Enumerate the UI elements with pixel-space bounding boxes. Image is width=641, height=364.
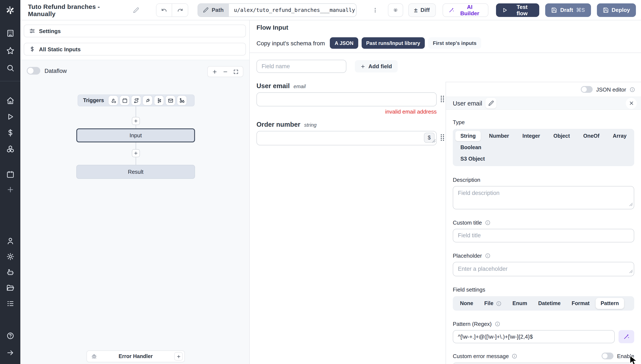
type-option-integer[interactable]: Integer: [517, 131, 545, 141]
tab-pattern[interactable]: Pattern: [595, 298, 624, 309]
resize-handle-icon[interactable]: [629, 268, 633, 275]
copy-from-first-step-button[interactable]: First step's inputs: [428, 37, 481, 49]
description-textarea[interactable]: [453, 186, 634, 209]
tab-file[interactable]: File: [479, 298, 507, 309]
sidebar-divider: [0, 81, 20, 81]
docs-book-button[interactable]: [388, 3, 403, 17]
user-email-value-input[interactable]: [257, 92, 437, 106]
field-name-input[interactable]: [257, 60, 346, 73]
audit-logs-icon[interactable]: [2, 296, 19, 310]
path-value[interactable]: u/alex/tuto_refund_branches___manually: [229, 4, 356, 16]
triggers-bar[interactable]: Triggers: [78, 94, 195, 106]
custom-title-input[interactable]: [453, 229, 634, 242]
drag-handle-icon[interactable]: [440, 95, 445, 104]
info-icon[interactable]: [629, 87, 635, 92]
input-node[interactable]: Input: [76, 128, 195, 142]
type-option-boolean[interactable]: Boolean: [455, 142, 486, 152]
magic-wand-icon: [448, 7, 454, 13]
schedule-trigger-icon[interactable]: [120, 96, 130, 105]
search-icon[interactable]: [2, 60, 19, 75]
ai-builder-button[interactable]: AI Builder: [442, 3, 488, 17]
type-option-array[interactable]: Array: [608, 131, 632, 141]
scheduled-poll-trigger-icon[interactable]: [177, 96, 187, 105]
edit-title-pencil-icon[interactable]: [130, 4, 142, 16]
insert-step-plus-icon[interactable]: [132, 117, 140, 125]
type-label: Type: [453, 119, 634, 126]
home-icon[interactable]: [2, 93, 19, 108]
close-inspector-icon[interactable]: [626, 98, 637, 109]
type-option-number[interactable]: Number: [484, 131, 514, 141]
users-icon[interactable]: [2, 234, 19, 248]
flow-settings-row[interactable]: Settings: [24, 24, 246, 37]
kafka-trigger-icon[interactable]: [155, 96, 164, 105]
draft-button[interactable]: Draft ⌘S: [545, 3, 591, 17]
zoom-in-button[interactable]: [209, 66, 220, 77]
tab-none[interactable]: None: [455, 298, 478, 309]
tab-file-label: File: [484, 300, 493, 306]
resize-handle-icon[interactable]: [432, 137, 436, 144]
type-option-oneof[interactable]: OneOf: [578, 131, 604, 141]
favorites-star-icon[interactable]: [2, 43, 19, 58]
runs-icon[interactable]: [2, 109, 19, 124]
http-route-trigger-icon[interactable]: [132, 96, 141, 105]
windmill-logo-icon[interactable]: [4, 4, 16, 16]
json-editor-toggle[interactable]: [581, 86, 593, 93]
tab-enum[interactable]: Enum: [507, 298, 532, 309]
ai-generate-regex-wand-icon[interactable]: [618, 330, 634, 343]
copy-from-past-runs-button[interactable]: Past runs/Input library: [361, 37, 425, 49]
dataflow-toggle[interactable]: [27, 67, 40, 74]
add-error-handler-plus-icon[interactable]: [174, 352, 183, 360]
error-handler-node[interactable]: Error Handler: [87, 350, 185, 362]
fullscreen-button[interactable]: [231, 66, 241, 77]
variables-icon[interactable]: [2, 126, 19, 140]
pattern-regex-input[interactable]: [453, 330, 615, 343]
info-icon[interactable]: [512, 353, 517, 359]
rename-field-pencil-icon[interactable]: [486, 98, 497, 108]
redo-button[interactable]: [172, 4, 188, 16]
expand-sidebar-arrow-icon[interactable]: [2, 345, 19, 360]
json-editor-row: JSON editor: [446, 82, 641, 96]
description-field-wrap: [453, 186, 634, 209]
drag-handle-icon[interactable]: [440, 134, 445, 143]
path-control[interactable]: Path u/alex/tuto_refund_branches___manua…: [198, 3, 357, 17]
websocket-trigger-icon[interactable]: [143, 96, 152, 105]
add-field-button[interactable]: Add field: [355, 60, 397, 72]
custom-error-enable-toggle[interactable]: [601, 352, 613, 359]
resize-handle-icon[interactable]: [629, 200, 633, 208]
info-icon[interactable]: [485, 253, 490, 258]
workers-robot-icon[interactable]: [2, 265, 19, 279]
type-option-object[interactable]: Object: [548, 131, 575, 141]
custom-error-label-row: Custom error message: [453, 353, 517, 359]
info-icon[interactable]: [495, 321, 500, 327]
result-node[interactable]: Result: [76, 165, 195, 179]
bug-icon: [91, 354, 97, 359]
test-flow-button[interactable]: Test flow: [496, 3, 539, 17]
type-option-string[interactable]: String: [455, 131, 481, 141]
info-icon[interactable]: [485, 220, 490, 226]
deploy-button[interactable]: Deploy: [597, 3, 636, 17]
order-number-value-input[interactable]: [257, 131, 437, 145]
help-icon[interactable]: [2, 328, 19, 343]
flow-graph-canvas[interactable]: Dataflow Triggers: [20, 60, 249, 364]
zoom-out-button[interactable]: [220, 66, 231, 77]
settings-gear-icon[interactable]: [2, 249, 19, 264]
placeholder-textarea[interactable]: [453, 262, 634, 276]
tab-datetime[interactable]: Datetime: [533, 298, 566, 309]
field-header: User email email: [257, 82, 446, 90]
email-trigger-icon[interactable]: [166, 96, 175, 105]
diff-button[interactable]: ± Diff: [408, 3, 436, 17]
webhook-trigger-icon[interactable]: [109, 96, 118, 105]
add-icon[interactable]: [2, 182, 19, 196]
resources-icon[interactable]: [2, 142, 19, 156]
tab-format[interactable]: Format: [567, 298, 595, 309]
insert-step-plus-icon[interactable]: [132, 149, 140, 157]
workspace-icon[interactable]: [2, 26, 19, 40]
input-node-label: Input: [130, 132, 142, 138]
more-menu-kebab-icon[interactable]: [369, 4, 381, 16]
schedules-icon[interactable]: [2, 167, 19, 181]
copy-from-json-button[interactable]: A JSON: [330, 37, 358, 49]
undo-button[interactable]: [156, 4, 172, 16]
type-option-s3-object[interactable]: S3 Object: [455, 154, 632, 164]
all-static-inputs-row[interactable]: All Static Inputs: [24, 43, 246, 56]
folders-icon[interactable]: [2, 280, 19, 295]
